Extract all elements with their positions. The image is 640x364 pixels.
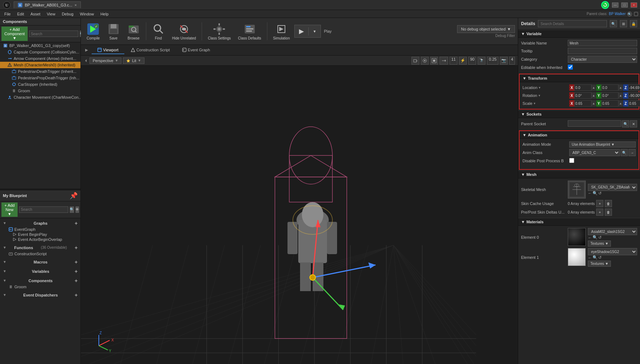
- location-y-up[interactable]: ▲: [618, 84, 623, 91]
- functions-add-button[interactable]: +: [75, 245, 78, 251]
- menu-help[interactable]: Help: [97, 11, 111, 17]
- 3d-viewport[interactable]: X Z Y: [81, 66, 518, 364]
- add-component-button[interactable]: + Add Component ▼: [1, 27, 28, 41]
- anim-class-arrow-button[interactable]: →: [629, 149, 636, 156]
- socket-search-button[interactable]: 🔍: [622, 120, 629, 127]
- element1-clear-button[interactable]: ↺: [598, 255, 602, 260]
- category-dropdown[interactable]: Character: [568, 56, 637, 63]
- socket-clear-button[interactable]: ✕: [630, 120, 637, 127]
- details-search-button[interactable]: 🔍: [610, 20, 617, 27]
- details-lock-button[interactable]: 🔒: [630, 20, 637, 27]
- tab-construction-script[interactable]: Construction Script: [125, 46, 176, 54]
- details-search-input[interactable]: [538, 20, 607, 27]
- variables-header[interactable]: ▼ Variables +: [3, 268, 78, 275]
- rotation-x-up[interactable]: ▲: [591, 92, 596, 99]
- component-arrow[interactable]: Arrow Component (Arrow) (Inherit...: [0, 55, 80, 62]
- event-dispatchers-header[interactable]: ▼ Event Dispatchers +: [3, 291, 78, 299]
- compile-button[interactable]: ✓ Compile: [84, 21, 103, 42]
- scale-arrow[interactable]: ▼: [533, 102, 536, 105]
- maximize-button[interactable]: □: [621, 3, 628, 8]
- pre-post-add-button[interactable]: +: [596, 209, 603, 216]
- menu-window[interactable]: Window: [77, 11, 97, 17]
- vp-icon-4[interactable]: [439, 57, 448, 65]
- menu-edit[interactable]: Edit: [14, 11, 27, 17]
- scale-x-up[interactable]: ▲: [591, 100, 596, 107]
- tooltip-input[interactable]: [568, 48, 637, 54]
- editable-checkbox[interactable]: [568, 65, 573, 70]
- skeletal-mesh-dropdown[interactable]: SK_GEN3_SK_ZBAsiaM_slash▼: [588, 184, 637, 191]
- save-button[interactable]: Save: [104, 21, 123, 42]
- location-x-input[interactable]: [574, 84, 591, 91]
- element1-browse-button[interactable]: 🔍: [593, 255, 598, 260]
- element1-dropdown[interactable]: eyeShadow1SG2: [588, 248, 637, 255]
- macros-header[interactable]: ▼ Macros +: [3, 258, 78, 266]
- rotation-y-up[interactable]: ▲: [618, 92, 623, 99]
- blueprint-eye-button[interactable]: 👁: [75, 206, 79, 213]
- construction-script-item[interactable]: ConstructionScript: [3, 251, 78, 256]
- element1-use-button[interactable]: ←: [588, 255, 592, 260]
- skeletal-mesh-clear-button[interactable]: ↺: [598, 191, 602, 196]
- tab-viewport[interactable]: Viewport: [92, 46, 124, 54]
- anim-class-dropdown[interactable]: ABP_GEN3_C: [569, 149, 620, 156]
- macros-add-button[interactable]: +: [75, 259, 78, 265]
- bp-components-add-button[interactable]: +: [75, 278, 78, 284]
- event-dispatchers-add-button[interactable]: +: [75, 292, 78, 298]
- menu-view[interactable]: View: [44, 11, 58, 17]
- event-actor-overlap-item[interactable]: Event ActorBeginOverlap: [3, 237, 78, 242]
- component-character-movement[interactable]: Character Movement (CharMoveCon...: [0, 94, 80, 101]
- hide-unrelated-button[interactable]: Hide Unrelated: [169, 21, 199, 42]
- location-arrow[interactable]: ▼: [538, 86, 541, 89]
- add-new-button[interactable]: + Add New ▼: [1, 202, 18, 217]
- class-settings-button[interactable]: Class Settings: [205, 21, 234, 42]
- vp-icon-7[interactable]: 📷: [500, 57, 508, 65]
- location-z-input[interactable]: [628, 84, 640, 91]
- blueprint-pin-icon[interactable]: 📌: [70, 192, 78, 200]
- scale-y-up[interactable]: ▲: [618, 100, 623, 107]
- element0-use-button[interactable]: ←: [588, 235, 592, 240]
- component-ped-death[interactable]: PedestrianDeathTrigger (Inherit...: [0, 68, 80, 75]
- minimize-button[interactable]: —: [612, 3, 618, 8]
- disable-post-checkbox[interactable]: [569, 158, 574, 163]
- simulation-button[interactable]: Simulation: [270, 21, 293, 42]
- variable-section-header[interactable]: ▼ Variable: [518, 30, 640, 38]
- event-graph-item[interactable]: EventGraph: [3, 227, 78, 232]
- element0-browse-button[interactable]: 🔍: [593, 235, 598, 240]
- lit-button[interactable]: Lit ▼: [123, 57, 144, 64]
- skeletal-mesh-browse-button[interactable]: 🔍: [593, 191, 598, 196]
- play-dropdown-button[interactable]: ▼: [308, 27, 321, 36]
- menu-asset[interactable]: Asset: [28, 11, 43, 17]
- tab-event-graph[interactable]: Event Graph: [176, 46, 216, 54]
- blueprint-search-input[interactable]: [19, 206, 68, 213]
- functions-header[interactable]: ▼ Functions (36 Overridable) +: [3, 244, 78, 251]
- element0-textures-button[interactable]: Textures ▼: [588, 241, 611, 247]
- browse-button[interactable]: Browse: [124, 21, 143, 42]
- play-button[interactable]: ▶: [295, 25, 308, 37]
- rotation-y-input[interactable]: [601, 92, 618, 99]
- location-x-up[interactable]: ▲: [591, 84, 596, 91]
- component-self[interactable]: B BP_Walker_AB001_G3_copy(self): [0, 42, 80, 49]
- component-capsule[interactable]: Capsule Component (CollisionCylin...: [0, 49, 80, 55]
- anim-mode-dropdown[interactable]: Use Animation Blueprint ▼: [569, 141, 636, 148]
- parent-class-value[interactable]: BP Walker: [609, 12, 626, 16]
- bp-groom-item[interactable]: Groom: [3, 284, 78, 289]
- tab-close-icon[interactable]: ×: [74, 3, 77, 7]
- component-carstopper[interactable]: CarStopper (Inherited): [0, 81, 80, 88]
- pre-post-del-button[interactable]: 🗑: [605, 209, 612, 216]
- document-tab[interactable]: B BP_Walker_AB001_G3.c... ×: [14, 1, 81, 8]
- skeletal-mesh-use-button[interactable]: ←: [588, 191, 592, 196]
- graphs-header[interactable]: ▼ Graphs +: [3, 220, 78, 227]
- component-groom[interactable]: Groom: [0, 88, 80, 94]
- vp-icon-5[interactable]: ⚡: [459, 57, 467, 65]
- animation-section-header[interactable]: ▼ Animation: [520, 131, 639, 139]
- close-button[interactable]: ×: [631, 3, 637, 8]
- location-y-input[interactable]: [601, 84, 618, 91]
- anim-class-browse-button[interactable]: 🔍: [621, 149, 628, 156]
- find-button[interactable]: Find: [149, 21, 168, 42]
- sockets-section-header[interactable]: ▼ Sockets: [518, 110, 640, 118]
- class-defaults-button[interactable]: Class Defaults: [235, 21, 264, 42]
- vp-icon-1[interactable]: [411, 57, 419, 65]
- vp-icon-2[interactable]: [421, 57, 429, 65]
- component-ped-prop-death[interactable]: PedestrianPropDeathTrigger (Inh...: [0, 75, 80, 81]
- scale-x-input[interactable]: [574, 100, 591, 107]
- scale-z-input[interactable]: [628, 100, 640, 107]
